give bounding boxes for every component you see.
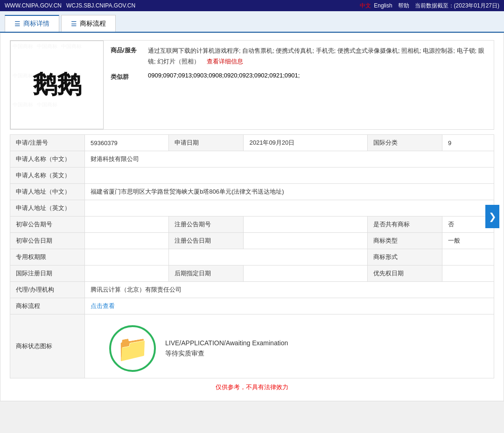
top-info-section: 中国商标中国商标 中国商标中国商标 中国商标中国商标 中国商标中国商标 鹅鹅 商…	[10, 40, 494, 130]
exclusive-period-label: 专用权期限	[10, 249, 85, 265]
tab-detail[interactable]: ☰ 商标详情	[5, 15, 59, 32]
reg-pub-date-value	[244, 233, 367, 249]
status-cn-text: 等待实质审查	[165, 349, 488, 358]
goods-content-area: 通过互联网下载的计算机游戏程序; 自动售票机; 便携式传真机; 手机壳; 便携式…	[148, 45, 487, 67]
reg-pub-date-label: 注册公告日期	[169, 233, 244, 249]
exclusive-period-empty	[169, 249, 367, 265]
intl-class-value: 9	[442, 135, 494, 151]
address-en-value	[85, 200, 494, 216]
process-tab-icon: ☰	[71, 20, 77, 28]
lang-en[interactable]: English	[374, 2, 392, 9]
table-row-intl-dates: 国际注册日期 后期指定日期 优先权日期	[10, 265, 494, 282]
help-link[interactable]: 帮助	[398, 2, 409, 10]
applicant-en-label: 申请人名称（英文）	[10, 168, 85, 184]
lang-cn[interactable]: 中文	[360, 2, 371, 10]
table-row-applicant-en: 申请人名称（英文）	[10, 168, 494, 184]
table-row-period: 专用权期限 商标形式	[10, 249, 494, 265]
later-date-label: 后期指定日期	[169, 265, 244, 282]
priority-date-value	[442, 265, 494, 282]
process-link-cell: 点击查看	[85, 298, 494, 314]
tm-form-value	[442, 249, 494, 265]
first-pub-date-value	[85, 233, 169, 249]
priority-date-label: 优先权日期	[367, 265, 442, 282]
status-content: 📁 LIVE/APPLICATION/Awaiting Examination …	[85, 314, 494, 378]
site-links: WWW.CNIPA.GOV.CN WCJS.SBJ.CNIPA.GOV.CN	[5, 2, 360, 9]
intl-reg-date-value	[85, 265, 169, 282]
tm-type-value: 一般	[442, 233, 494, 249]
goods-row: 商品/服务 通过互联网下载的计算机游戏程序; 自动售票机; 便携式传真机; 手机…	[111, 45, 487, 67]
applicant-cn-value: 财港科技有限公司	[85, 151, 494, 168]
tm-form-label: 商标形式	[367, 249, 442, 265]
chevron-right-icon: ❯	[489, 211, 497, 222]
exclusive-period-value	[85, 249, 169, 265]
tm-type-label: 商标类型	[367, 233, 442, 249]
detail-tab-icon: ☰	[14, 20, 21, 28]
main-content: 中国商标中国商标 中国商标中国商标 中国商标中国商标 中国商标中国商标 鹅鹅 商…	[0, 33, 504, 401]
table-row-status: 商标状态图标 📁 LIVE/APPLICATION/Awaiting Exami…	[10, 314, 494, 378]
agent-value: 腾讯云计算（北京）有限责任公司	[85, 282, 494, 298]
goods-label: 商品/服务	[111, 45, 148, 67]
later-date-value	[244, 265, 367, 282]
tab-process[interactable]: ☰ 商标流程	[61, 15, 116, 32]
process-link[interactable]: 点击查看	[91, 302, 115, 309]
table-row-address-cn: 申请人地址（中文） 福建省厦门市思明区大学路世贸海峡大厦b塔806单元(法律文书…	[10, 184, 494, 200]
trademark-chinese-text: 鹅鹅	[33, 69, 81, 101]
app-date-label: 申请日期	[169, 135, 244, 151]
table-row-agent: 代理/办理机构 腾讯云计算（北京）有限责任公司	[10, 282, 494, 298]
applicant-en-value	[85, 168, 494, 184]
tab-process-label: 商标流程	[80, 20, 106, 28]
next-arrow[interactable]: ❯	[485, 205, 499, 228]
first-pub-date-label: 初审公告日期	[10, 233, 85, 249]
trademark-image: 中国商标中国商标 中国商标中国商标 中国商标中国商标 中国商标中国商标 鹅鹅	[10, 41, 104, 129]
tab-bar: ☰ 商标详情 ☰ 商标流程	[0, 11, 504, 33]
info-table: 申请/注册号 59360379 申请日期 2021年09月20日 国际分类 9 …	[10, 134, 494, 378]
site2-link[interactable]: WCJS.SBJ.CNIPA.GOV.CN	[66, 2, 135, 9]
joint-tm-label: 是否共有商标	[367, 216, 442, 233]
reg-pub-no-label: 注册公告期号	[169, 216, 244, 233]
first-pub-no-value	[85, 216, 169, 233]
leizhiqun-label: 类似群	[111, 72, 148, 81]
disclaimer-text: 仅供参考，不具有法律效力	[10, 378, 494, 394]
address-cn-label: 申请人地址（中文）	[10, 184, 85, 200]
status-label: 商标状态图标	[10, 314, 85, 378]
table-row-applicant-cn: 申请人名称（中文） 财港科技有限公司	[10, 151, 494, 168]
first-pub-no-label: 初审公告期号	[10, 216, 85, 233]
table-row-appno: 申请/注册号 59360379 申请日期 2021年09月20日 国际分类 9	[10, 135, 494, 151]
goods-detail-link[interactable]: 查看详细信息	[207, 58, 243, 65]
process-label: 商标流程	[10, 298, 85, 314]
table-row-process: 商标流程 点击查看	[10, 298, 494, 314]
agent-label: 代理/办理机构	[10, 282, 85, 298]
goods-section: 商品/服务 通过互联网下载的计算机游戏程序; 自动售票机; 便携式传真机; 手机…	[104, 41, 494, 129]
intl-class-label: 国际分类	[367, 135, 442, 151]
status-icon-wrapper: 📁	[109, 325, 156, 372]
app-no-label: 申请/注册号	[10, 135, 85, 151]
data-date: 当前数据截至：(2023年01月27日)	[415, 2, 499, 10]
leizhiqun-row: 类似群 0909;0907;0913;0903;0908;0920;0923;0…	[111, 72, 487, 81]
address-en-label: 申请人地址（英文）	[10, 200, 85, 216]
table-row-pub-date: 初审公告日期 注册公告日期 商标类型 一般	[10, 233, 494, 249]
goods-content-text: 通过互联网下载的计算机游戏程序; 自动售票机; 便携式传真机; 手机壳; 便携式…	[148, 47, 484, 65]
applicant-cn-label: 申请人名称（中文）	[10, 151, 85, 168]
status-text-area: LIVE/APPLICATION/Awaiting Examination 等待…	[165, 339, 488, 358]
site1-link[interactable]: WWW.CNIPA.GOV.CN	[5, 2, 62, 9]
table-row-address-en: 申请人地址（英文）	[10, 200, 494, 216]
table-row-pub: 初审公告期号 注册公告期号 是否共有商标 否	[10, 216, 494, 233]
top-bar: WWW.CNIPA.GOV.CN WCJS.SBJ.CNIPA.GOV.CN 中…	[0, 0, 504, 11]
status-section: 📁 LIVE/APPLICATION/Awaiting Examination …	[91, 318, 488, 374]
folder-icon: 📁	[117, 334, 149, 364]
reg-pub-no-value	[244, 216, 367, 233]
tab-detail-label: 商标详情	[23, 20, 49, 28]
leizhiqun-value: 0909;0907;0913;0903;0908;0920;0923;0902;…	[148, 72, 300, 81]
app-no-value: 59360379	[85, 135, 169, 151]
app-date-value: 2021年09月20日	[244, 135, 367, 151]
intl-reg-date-label: 国际注册日期	[10, 265, 85, 282]
status-live-text: LIVE/APPLICATION/Awaiting Examination	[165, 339, 488, 347]
address-cn-value: 福建省厦门市思明区大学路世贸海峡大厦b塔806单元(法律文书送达地址)	[85, 184, 494, 200]
